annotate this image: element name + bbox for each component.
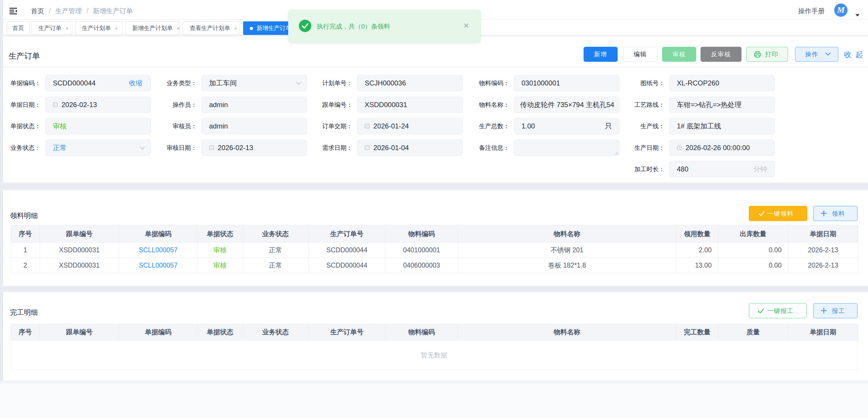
svg-text:M: M — [837, 5, 845, 14]
